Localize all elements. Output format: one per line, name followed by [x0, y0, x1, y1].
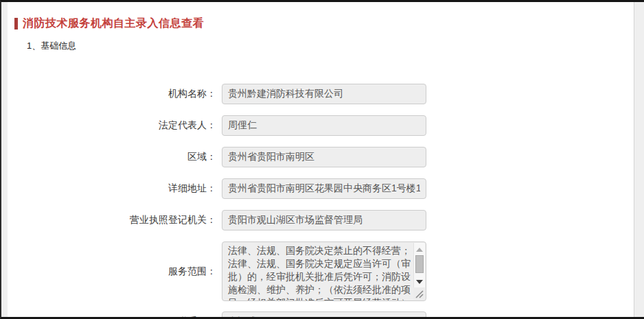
down-triangle-icon: [416, 280, 423, 284]
form-row-contact-person: 联系人：: [8, 311, 633, 319]
legal-representative-label: 法定代表人：: [8, 119, 222, 132]
contact-person-label: 联系人：: [8, 316, 222, 319]
page-title: 消防技术服务机构自主录入信息查看: [23, 16, 204, 31]
form-row-license-authority: 营业执照登记机关：: [8, 210, 633, 231]
textarea-scrollbar[interactable]: [413, 243, 425, 288]
service-scope-textarea[interactable]: 法律、法规、国务院决定禁止的不得经营；法律、法规、国务院决定规定应当许可（审批）…: [222, 241, 426, 301]
page-frame: 消防技术服务机构自主录入信息查看 1、基础信息 机构名称： 法定代表人： 区域：…: [0, 0, 644, 319]
right-scroll-gutter: [634, 2, 644, 317]
license-authority-label: 营业执照登记机关：: [8, 214, 222, 226]
org-name-label: 机构名称：: [8, 88, 222, 100]
region-input[interactable]: [222, 147, 426, 167]
detailed-address-label: 详细地址：: [8, 182, 222, 195]
org-name-input[interactable]: [222, 84, 426, 104]
title-accent-bar: [14, 18, 18, 29]
form-row-detailed-address: 详细地址：: [8, 178, 633, 199]
scrollbar-thumb[interactable]: [415, 255, 424, 273]
scrollbar-down-icon[interactable]: [414, 276, 425, 287]
region-label: 区域：: [8, 151, 222, 163]
form-row-org-name: 机构名称：: [8, 84, 633, 104]
form-row-legal-representative: 法定代表人：: [8, 115, 633, 136]
service-scope-text: 法律、法规、国务院决定禁止的不得经营；法律、法规、国务院决定规定应当许可（审批）…: [222, 242, 413, 300]
up-triangle-icon: [416, 248, 423, 252]
legal-representative-input[interactable]: [222, 115, 426, 136]
license-authority-input[interactable]: [222, 210, 426, 231]
form-row-service-scope: 服务范围： 法律、法规、国务院决定禁止的不得经营；法律、法规、国务院决定规定应当…: [8, 241, 633, 301]
page-title-row: 消防技术服务机构自主录入信息查看: [14, 16, 633, 31]
scrollbar-up-icon[interactable]: [414, 244, 425, 255]
left-gutter: [1, 2, 8, 317]
detailed-address-input[interactable]: [222, 178, 426, 199]
service-scope-label: 服务范围：: [8, 265, 222, 278]
contact-person-input[interactable]: [222, 311, 426, 319]
resize-grip-icon[interactable]: [413, 287, 425, 300]
main-content: 消防技术服务机构自主录入信息查看 1、基础信息 机构名称： 法定代表人： 区域：…: [8, 2, 633, 317]
form-row-region: 区域：: [8, 147, 633, 167]
section-heading-basic-info: 1、基础信息: [27, 40, 633, 52]
basic-info-form: 机构名称： 法定代表人： 区域： 详细地址： 营业执照登记机关： 服务范围：: [8, 84, 633, 319]
